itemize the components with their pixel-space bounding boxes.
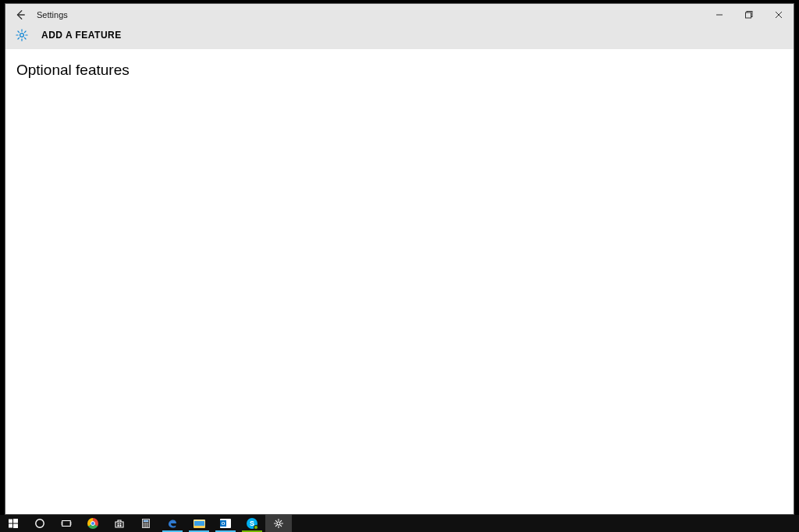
svg-rect-10 <box>61 522 62 525</box>
svg-rect-9 <box>62 521 71 527</box>
settings-window: Settings <box>5 3 794 515</box>
chrome-button[interactable] <box>80 515 106 532</box>
svg-point-27 <box>277 522 280 525</box>
subheader-title: ADD A FEATURE <box>30 30 122 41</box>
minimize-button[interactable] <box>705 4 734 26</box>
close-icon <box>774 10 783 20</box>
svg-rect-21 <box>144 524 145 526</box>
chrome-icon <box>87 518 98 529</box>
outlook-button[interactable]: O <box>212 515 239 532</box>
svg-rect-24 <box>144 526 145 527</box>
gear-icon <box>273 518 284 529</box>
file-explorer-button[interactable] <box>186 515 212 532</box>
svg-rect-12 <box>118 523 119 525</box>
svg-rect-20 <box>147 523 149 524</box>
content-area: Optional features <box>5 49 794 514</box>
store-icon <box>114 518 125 529</box>
gear-icon <box>15 28 29 42</box>
svg-rect-4 <box>9 520 12 523</box>
skype-button[interactable]: S <box>239 515 265 532</box>
start-button[interactable] <box>0 515 27 532</box>
cortana-button[interactable] <box>27 515 53 532</box>
maximize-button[interactable] <box>734 4 764 26</box>
svg-rect-14 <box>118 525 119 527</box>
settings-gear <box>13 27 30 44</box>
svg-rect-22 <box>145 524 147 526</box>
arrow-left-icon <box>15 9 26 20</box>
svg-rect-26 <box>147 526 149 527</box>
svg-rect-2 <box>746 12 751 18</box>
restore-icon <box>744 10 754 20</box>
svg-rect-25 <box>145 526 147 527</box>
edge-icon <box>167 518 178 529</box>
calculator-icon <box>140 518 151 529</box>
settings-taskbar-button[interactable] <box>265 515 292 532</box>
minimize-icon <box>715 10 724 20</box>
svg-rect-23 <box>147 524 149 526</box>
svg-rect-19 <box>145 523 147 524</box>
svg-rect-17 <box>144 520 148 522</box>
svg-rect-11 <box>70 522 72 525</box>
store-button[interactable] <box>106 515 133 532</box>
svg-point-8 <box>36 520 44 527</box>
svg-rect-13 <box>120 523 122 525</box>
subheader: ADD A FEATURE <box>5 26 794 49</box>
taskview-icon <box>61 518 72 529</box>
svg-rect-18 <box>144 523 145 524</box>
window-title: Settings <box>35 10 68 20</box>
window-controls <box>705 4 794 26</box>
svg-rect-15 <box>120 525 122 527</box>
close-button[interactable] <box>764 4 794 26</box>
folder-icon <box>194 520 205 528</box>
taskbar: O S <box>0 515 799 532</box>
svg-rect-6 <box>9 524 12 528</box>
skype-icon: S <box>247 518 257 529</box>
calculator-button[interactable] <box>133 515 159 532</box>
taskview-button[interactable] <box>53 515 80 532</box>
back-button[interactable] <box>5 4 35 26</box>
windows-icon <box>8 518 19 529</box>
titlebar: Settings <box>5 4 794 26</box>
edge-button[interactable] <box>159 515 186 532</box>
page-heading: Optional features <box>16 62 794 79</box>
svg-rect-7 <box>13 524 18 529</box>
outlook-icon: O <box>220 519 231 528</box>
svg-point-3 <box>20 34 24 37</box>
svg-rect-5 <box>13 519 18 523</box>
circle-icon <box>34 518 45 529</box>
